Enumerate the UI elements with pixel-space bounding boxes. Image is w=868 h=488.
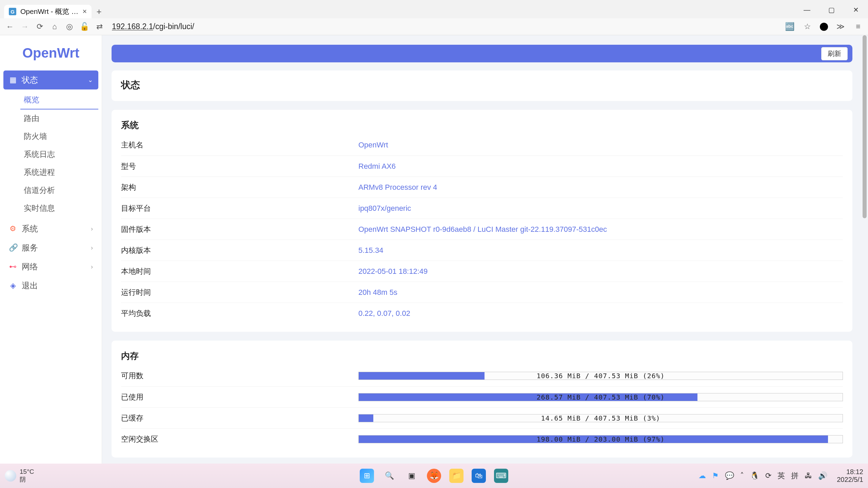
browser-tab-strip: G OpenWrt - 概览 - LuCI × + — ▢ ✕ — [0, 0, 868, 18]
row-label: 架构 — [121, 182, 358, 192]
app-explorer[interactable]: 📁 — [449, 469, 463, 483]
tray-flag-icon[interactable]: ⚑ — [712, 471, 719, 480]
window-close-button[interactable]: ✕ — [844, 1, 868, 18]
tray-chat-icon[interactable]: 💬 — [725, 471, 734, 480]
row-label: 目标平台 — [121, 203, 358, 214]
menu-icon[interactable]: ≡ — [853, 22, 863, 31]
tray-chevron-up-icon[interactable]: ˄ — [740, 471, 744, 480]
progress-text: 106.36 MiB / 407.53 MiB (26%) — [359, 372, 843, 380]
tray-update-icon[interactable]: ⟳ — [765, 471, 771, 480]
tray-network-icon[interactable]: 🖧 — [805, 471, 812, 480]
row-value: 5.15.34 — [358, 246, 843, 255]
tray-volume-icon[interactable]: 🔊 — [818, 471, 827, 480]
back-button[interactable]: ← — [5, 22, 15, 31]
app-firefox[interactable]: 🦊 — [427, 469, 441, 483]
tab-title: OpenWrt - 概览 - LuCI — [20, 7, 78, 16]
system-tray: ☁ ⚑ 💬 ˄ 🐧 ⟳ 英 拼 🖧 🔊 18:12 2022/5/1 — [698, 468, 863, 484]
progress-bar: 268.57 MiB / 407.53 MiB (70%) — [358, 393, 843, 401]
row-label: 运行时间 — [121, 287, 358, 298]
sidebar-item-system[interactable]: ⚙ 系统 › — [3, 219, 98, 238]
chevron-right-icon: › — [91, 244, 93, 251]
table-row: 固件版本OpenWrt SNAPSHOT r0-9d6aeb8 / LuCI M… — [121, 219, 843, 240]
app-store[interactable]: 🛍 — [472, 469, 486, 483]
chevron-right-icon: › — [91, 225, 93, 232]
home-button[interactable]: ⌂ — [50, 22, 60, 31]
row-value: 0.22, 0.07, 0.02 — [358, 309, 843, 318]
start-button[interactable]: ⊞ — [360, 469, 374, 483]
progress-text: 198.00 MiB / 203.00 MiB (97%) — [359, 435, 843, 443]
address-bar[interactable]: 192.168.2.1/cgi-bin/luci/ — [109, 22, 780, 31]
taskbar-weather[interactable]: 15°C 阴 — [5, 468, 34, 484]
sidebar-subitem-realtime[interactable]: 实时信息 — [20, 199, 98, 217]
table-row: 运行时间20h 48m 5s — [121, 282, 843, 303]
table-row: 主机名OpenWrt — [121, 135, 843, 156]
overflow-icon[interactable]: ≫ — [835, 22, 846, 31]
gear-icon: ⚙ — [9, 224, 17, 233]
row-value: ipq807x/generic — [358, 204, 843, 213]
tray-ime-mode[interactable]: 拼 — [791, 471, 798, 481]
progress-text: 14.65 MiB / 407.53 MiB (3%) — [359, 414, 843, 422]
sidebar-item-label: 退出 — [22, 280, 38, 291]
cube-icon: ◈ — [9, 281, 17, 290]
bookmark-icon[interactable]: ☆ — [802, 22, 812, 31]
clock-time: 18:12 — [837, 468, 863, 476]
browser-tab[interactable]: G OpenWrt - 概览 - LuCI × — [4, 5, 92, 18]
profile-icon[interactable] — [820, 23, 828, 31]
brand-logo[interactable]: OpenWrt — [0, 35, 102, 70]
search-button[interactable]: 🔍 — [382, 469, 396, 483]
tray-onedrive-icon[interactable]: ☁ — [698, 471, 706, 480]
window-maximize-button[interactable]: ▢ — [819, 1, 844, 18]
system-card: 系统 主机名OpenWrt型号Redmi AX6架构ARMv8 Processo… — [112, 110, 852, 332]
sidebar-item-label: 服务 — [22, 242, 38, 253]
page-header-bar: 刷新 — [112, 45, 852, 62]
lock-icon[interactable]: 🔓 — [79, 22, 90, 31]
reload-button[interactable]: ⟳ — [35, 22, 45, 31]
shield-icon[interactable]: ◎ — [64, 22, 75, 31]
window-minimize-button[interactable]: — — [795, 1, 819, 18]
section-title-memory: 内存 — [121, 350, 843, 362]
sidebar-subitem-routes[interactable]: 路由 — [20, 109, 98, 127]
sidebar-subitem-channel[interactable]: 信道分析 — [20, 181, 98, 199]
forward-button[interactable]: → — [20, 22, 30, 31]
row-label: 固件版本 — [121, 224, 358, 235]
row-label: 主机名 — [121, 140, 358, 150]
taskview-button[interactable]: ▣ — [405, 469, 419, 483]
sidebar-item-network[interactable]: ⊷ 网络 › — [3, 257, 98, 276]
new-tab-button[interactable]: + — [92, 5, 106, 18]
taskbar-clock[interactable]: 18:12 2022/5/1 — [837, 468, 863, 484]
sidebar-subitem-processes[interactable]: 系统进程 — [20, 163, 98, 181]
row-label: 平均负载 — [121, 308, 358, 319]
sidebar-item-services[interactable]: 🔗 服务 › — [3, 238, 98, 257]
tab-close-icon[interactable]: × — [82, 7, 87, 16]
row-label: 本地时间 — [121, 266, 358, 277]
table-row: 架构ARMv8 Processor rev 4 — [121, 177, 843, 198]
row-value: 20h 48m 5s — [358, 288, 843, 297]
sidebar-subitem-syslog[interactable]: 系统日志 — [20, 145, 98, 163]
page-title: 状态 — [121, 79, 843, 92]
main-scroll[interactable]: 刷新 状态 系统 主机名OpenWrt型号Redmi AX6架构ARMv8 Pr… — [102, 35, 862, 464]
row-value: Redmi AX6 — [358, 162, 843, 171]
sidebar-item-status[interactable]: ▦ 状态 ⌄ — [3, 70, 98, 89]
tray-ime-lang[interactable]: 英 — [777, 471, 785, 481]
link-icon: 🔗 — [9, 243, 17, 252]
sidebar-subitem-overview[interactable]: 概览 — [20, 91, 98, 109]
table-row: 目标平台ipq807x/generic — [121, 198, 843, 219]
progress-text: 268.57 MiB / 407.53 MiB (70%) — [359, 393, 843, 401]
progress-bar: 14.65 MiB / 407.53 MiB (3%) — [358, 414, 843, 422]
refresh-button[interactable]: 刷新 — [821, 47, 848, 60]
permissions-icon[interactable]: ⇄ — [94, 22, 104, 31]
sidebar-subitem-firewall[interactable]: 防火墙 — [20, 127, 98, 145]
translate-icon[interactable]: 🔤 — [785, 22, 795, 31]
weather-cond: 阴 — [20, 475, 34, 484]
table-row: 内核版本5.15.34 — [121, 240, 843, 261]
sidebar-item-label: 系统 — [22, 223, 38, 234]
progress-bar: 106.36 MiB / 407.53 MiB (26%) — [358, 372, 843, 380]
app-terminal[interactable]: ⌨ — [494, 469, 508, 483]
main-content-wrap: 刷新 状态 系统 主机名OpenWrt型号Redmi AX6架构ARMv8 Pr… — [102, 35, 868, 464]
table-row: 已缓存14.65 MiB / 407.53 MiB (3%) — [121, 407, 843, 428]
row-value: 2022-05-01 18:12:49 — [358, 267, 843, 276]
chevron-right-icon: › — [91, 263, 93, 270]
tray-app-icon[interactable]: 🐧 — [750, 471, 759, 480]
sidebar-item-logout[interactable]: ◈ 退出 — [3, 276, 98, 295]
sidebar-item-label: 状态 — [22, 75, 38, 85]
